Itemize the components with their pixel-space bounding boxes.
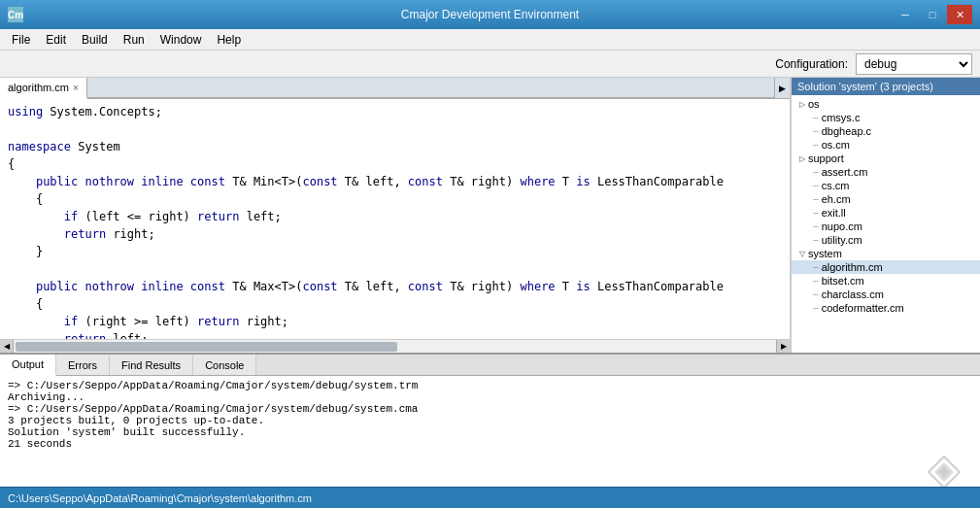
menu-run[interactable]: Run [116, 31, 152, 49]
editor-row: algorithm.cm × ▶ using System.Concepts; … [0, 78, 980, 353]
folder-icon-support: ▷ [799, 154, 805, 163]
tree-item-os-folder[interactable]: ▷ os [792, 97, 980, 111]
file-icon-bitset: ─ [813, 277, 819, 286]
tree-item-os-cm[interactable]: ─ os.cm [792, 138, 980, 152]
tree-item-assert[interactable]: ─ assert.cm [792, 165, 980, 179]
solution-header: Solution 'system' (3 projects) [792, 78, 980, 95]
tree-item-support-folder[interactable]: ▷ support [792, 152, 980, 165]
tree-item-eh[interactable]: ─ eh.cm [792, 192, 980, 206]
tree-item-nupo[interactable]: ─ nupo.cm [792, 220, 980, 233]
output-line-5: Solution 'system' built successfully. [8, 426, 972, 438]
file-icon-dbgheap: ─ [813, 127, 819, 136]
file-icon-os: ─ [813, 141, 819, 150]
tree-label: os.cm [822, 139, 850, 151]
toolbar: Configuration: debug release [0, 51, 980, 78]
tree-item-algorithm[interactable]: ─ algorithm.cm [792, 260, 980, 274]
tree-label: charclass.cm [822, 288, 884, 300]
close-button[interactable]: ✕ [947, 5, 972, 24]
menu-build[interactable]: Build [74, 31, 116, 49]
tree-label: support [808, 152, 844, 164]
editor-panel: algorithm.cm × ▶ using System.Concepts; … [0, 78, 791, 353]
config-select[interactable]: debug release [856, 53, 972, 75]
editor-tab-algorithm[interactable]: algorithm.cm × [0, 78, 87, 99]
output-line-2: Archiving... [8, 391, 972, 403]
output-line-3: => C:/Users/Seppo/AppData/Roaming/Cmajor… [8, 403, 972, 415]
tree-item-system-folder[interactable]: ▽ system [792, 247, 980, 260]
editor-hscroll[interactable]: ◀ ▶ [0, 339, 790, 353]
solution-panel: Solution 'system' (3 projects) ▷ os ─ cm… [791, 78, 980, 353]
file-icon-charclass: ─ [813, 290, 819, 299]
hscroll-thumb[interactable] [16, 342, 397, 352]
hscroll-right-arrow[interactable]: ▶ [776, 340, 790, 354]
tab-close-icon[interactable]: × [73, 83, 79, 93]
tree-label: os [808, 98, 820, 110]
folder-icon-os: ▷ [799, 100, 805, 109]
solution-tree[interactable]: ▷ os ─ cmsys.c ─ dbgheap.c ─ os.cm ▷ [792, 95, 980, 353]
tree-item-dbgheap[interactable]: ─ dbgheap.c [792, 124, 980, 138]
tab-output[interactable]: Output [0, 355, 56, 376]
file-icon-utility: ─ [813, 236, 819, 245]
tab-errors[interactable]: Errors [56, 355, 110, 375]
tree-label: utility.cm [822, 234, 862, 246]
folder-icon-system: ▽ [799, 250, 805, 258]
tree-item-codeformatter[interactable]: ─ codeformatter.cm [792, 301, 980, 315]
diamond-logo-icon [927, 455, 962, 490]
editor-scroll[interactable]: using System.Concepts; namespace System … [0, 99, 790, 339]
menubar: File Edit Build Run Window Help [0, 29, 980, 51]
tab-find-results[interactable]: Find Results [110, 355, 193, 375]
statusbar-path: C:\Users\Seppo\AppData\Roaming\Cmajor\sy… [8, 492, 312, 504]
file-icon-eh: ─ [813, 195, 819, 204]
tree-label: codeformatter.cm [822, 302, 904, 314]
tree-label: nupo.cm [822, 220, 862, 232]
output-tab-bar: Output Errors Find Results Console [0, 355, 980, 376]
restore-button[interactable]: □ [920, 5, 945, 24]
tab-bar-filler [256, 355, 980, 375]
bottom-panels: Output Errors Find Results Console => C:… [0, 353, 980, 508]
tree-label: dbgheap.c [822, 125, 871, 137]
file-icon-cmsys: ─ [813, 114, 819, 122]
tree-item-utility[interactable]: ─ utility.cm [792, 233, 980, 247]
tree-label: eh.cm [822, 193, 851, 205]
tab-console[interactable]: Console [193, 355, 256, 375]
tree-label: assert.cm [822, 166, 868, 178]
statusbar: C:\Users\Seppo\AppData\Roaming\Cmajor\sy… [0, 487, 980, 508]
output-line-1: => C:/Users/Seppo/AppData/Roaming/Cmajor… [8, 380, 972, 391]
menu-help[interactable]: Help [209, 31, 249, 49]
menu-edit[interactable]: Edit [38, 31, 74, 49]
tree-label: exit.ll [822, 207, 846, 219]
minimize-button[interactable]: ─ [893, 5, 918, 24]
titlebar-left: Cm [8, 7, 23, 22]
tab-bar-empty [87, 78, 774, 98]
config-label: Configuration: [775, 57, 848, 71]
tree-label: bitset.cm [822, 275, 864, 287]
tab-label: algorithm.cm [8, 82, 69, 93]
menu-file[interactable]: File [4, 31, 38, 49]
tree-label: cmsys.c [822, 112, 861, 123]
file-icon-exit: ─ [813, 209, 819, 218]
tree-label: system [808, 248, 842, 259]
tree-item-charclass[interactable]: ─ charclass.cm [792, 288, 980, 301]
titlebar-controls: ─ □ ✕ [893, 5, 972, 24]
tree-item-bitset[interactable]: ─ bitset.cm [792, 274, 980, 288]
file-icon-assert: ─ [813, 168, 819, 177]
tree-item-cs[interactable]: ─ cs.cm [792, 179, 980, 192]
tab-bar: algorithm.cm × ▶ [0, 78, 790, 99]
file-icon-algorithm: ─ [813, 263, 819, 272]
solution-title: Solution 'system' (3 projects) [797, 81, 933, 92]
hscroll-left-arrow[interactable]: ◀ [0, 340, 14, 354]
tree-label: algorithm.cm [822, 261, 883, 273]
titlebar-title: Cmajor Development Environment [401, 8, 579, 21]
tree-item-cmsys[interactable]: ─ cmsys.c [792, 111, 980, 124]
code-editor[interactable]: using System.Concepts; namespace System … [0, 99, 790, 339]
menu-window[interactable]: Window [152, 31, 210, 49]
file-icon-nupo: ─ [813, 222, 819, 231]
output-line-6: 21 seconds [8, 438, 972, 450]
content-area: algorithm.cm × ▶ using System.Concepts; … [0, 78, 980, 508]
file-icon-cs: ─ [813, 182, 819, 190]
output-line-4: 3 projects built, 0 projects up-to-date. [8, 415, 972, 426]
app-icon: Cm [8, 7, 23, 22]
tab-scroll-right[interactable]: ▶ [774, 78, 790, 98]
tree-item-exit[interactable]: ─ exit.ll [792, 206, 980, 220]
titlebar: Cm Cmajor Development Environment ─ □ ✕ [0, 0, 980, 29]
file-icon-codeformatter: ─ [813, 304, 819, 313]
